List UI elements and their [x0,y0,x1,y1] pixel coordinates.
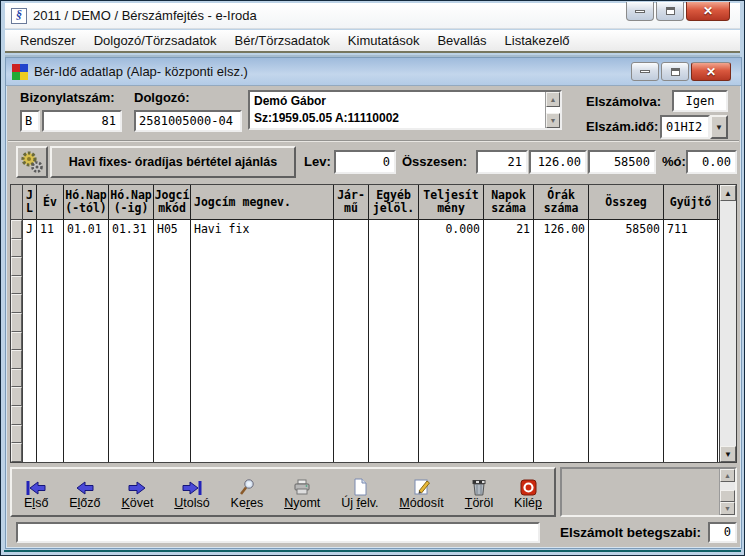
status-field[interactable] [16,522,540,543]
grid-cell[interactable]: 21 [484,222,533,236]
grid-header-cell: Teljesítmény [419,185,484,219]
grid-column: 21 [484,220,534,462]
szazalek-field[interactable]: 0.00 [686,150,737,174]
elszamido-value[interactable]: 01HI2 [660,115,710,139]
dialog-minimize-button[interactable] [631,62,659,81]
search-button[interactable]: Keres [231,474,264,510]
havi-fixes-button[interactable]: Havi fixes- óradíjas bértétel ajánlás [50,146,296,178]
new-record-button[interactable]: Új felv. [341,474,378,510]
row-selector-cell[interactable] [11,332,22,351]
scroll-up-icon[interactable]: ▲ [720,469,735,482]
scrollbar-thumb[interactable] [720,490,735,502]
grid-header-cell: Hó.Nap(-tól) [64,185,109,219]
restore-button[interactable] [656,2,684,21]
grid-header-cell: Év [37,185,64,219]
osszesen-osszeg-field: 58500 [588,150,656,174]
delete-button[interactable]: Töröl [465,474,493,510]
first-button-label: Első [24,496,48,510]
delete-button-label: Töröl [465,496,493,510]
row-selector-cell[interactable] [11,257,22,276]
grid-cell[interactable]: 0.000 [419,222,483,236]
elszamido-combo[interactable]: 01HI2 ▼ [660,115,728,139]
menu-item[interactable]: Bevallás [428,31,495,50]
grid-cell[interactable]: 711 [664,222,717,236]
szazalek-label: %ó: [662,154,686,169]
bizonylat-prefix-field[interactable]: B [20,110,40,132]
row-selector-cell[interactable] [11,239,22,258]
grid-cell[interactable]: H05 [154,222,190,236]
grid-header-cell: Jogcím megnev. [191,185,334,219]
row-selector-cell[interactable] [11,220,22,239]
lev-field[interactable]: 0 [334,150,396,174]
row-selector-cell[interactable] [11,443,22,462]
menu-item[interactable]: Kimutatások [339,31,429,50]
grid-main: JLÉvHó.Nap(-tól)Hó.Nap(-ig)JogcímkódJogc… [23,185,719,462]
gears-button[interactable] [16,146,48,178]
scroll-down-icon[interactable]: ▼ [546,113,560,128]
dolgozo-label: Dolgozó: [134,90,190,105]
window-bottom-edge [4,550,741,552]
grid-header-cell: JL [23,185,37,219]
previous-button[interactable]: Előző [69,474,100,510]
grid-body: J1101.0101.31H05Havi fix0.00021126.00585… [23,220,719,462]
employee-details: Sz:1959.05.05 A:11110002 [254,110,541,127]
modify-button[interactable]: Módosít [399,474,443,510]
side-panel-scrollbar[interactable]: ▲ ▼ [719,469,735,515]
close-button[interactable]: ✕ [686,2,730,21]
menu-item[interactable]: Rendszer [11,31,85,50]
edit-document-icon [413,474,431,496]
close-icon: ✕ [703,4,713,18]
scroll-down-icon[interactable]: ▼ [720,446,736,462]
next-button[interactable]: Követ [121,474,153,510]
grid-column: H05 [154,220,191,462]
scroll-up-icon[interactable]: ▲ [546,92,560,107]
window-title: 2011 / DEMO / Bérszámfejtés - e-Iroda [33,8,257,23]
dialog-title: Bér-Idő adatlap (Alap- központi elsz.) [34,64,248,79]
lev-label: Lev: [304,154,331,169]
selector-header-cell [11,185,22,220]
grid-column: Havi fix [191,220,334,462]
dialog-close-button[interactable]: ✕ [691,62,731,81]
menu-item[interactable]: Bér/Törzsadatok [225,31,338,50]
next-button-label: Követ [121,496,153,510]
menu-item[interactable]: Dolgozó/Törzsadatok [85,31,226,50]
grid-cell[interactable]: 11 [37,222,63,236]
grid-cell[interactable]: 58500 [589,222,663,236]
row-selector-cell[interactable] [11,406,22,425]
exit-button[interactable]: Kilép [514,474,542,510]
first-button[interactable]: Első [24,474,48,510]
bizonylatszam-label: Bizonylatszám: [20,90,115,105]
row-selector-cell[interactable] [11,350,22,369]
grid-vertical-scrollbar[interactable]: ▲ ▼ [719,185,736,462]
chevron-down-icon[interactable]: ▼ [710,115,728,139]
grid-cell[interactable]: Havi fix [191,222,333,236]
grid-cell[interactable]: J [23,222,36,236]
row-selector-cell[interactable] [11,313,22,332]
bizonylat-szam-field[interactable]: 81 [42,110,122,132]
grid-column: 0.000 [419,220,484,462]
grid-cell[interactable]: 01.31 [109,222,153,236]
dolgozo-kod-field[interactable]: 2581005000-04 [134,110,242,132]
minimize-button[interactable] [626,2,654,21]
betegszabi-field[interactable]: 0 [708,522,737,543]
scroll-down-icon[interactable]: ▼ [720,502,735,515]
menu-item[interactable]: Listakezelő [496,31,579,50]
grid-cell[interactable]: 01.01 [64,222,108,236]
grid-cell[interactable]: 126.00 [534,222,588,236]
row-selector-cell[interactable] [11,369,22,388]
row-selector-cell[interactable] [11,276,22,295]
last-button[interactable]: Utolsó [174,474,209,510]
dialog-restore-button[interactable] [661,62,689,81]
close-icon: ✕ [706,65,716,79]
dialog-icon [12,64,28,80]
grid-header-cell: Gyűjtő [664,185,718,219]
exit-button-label: Kilép [514,496,542,510]
grid-column: 711 [664,220,718,462]
row-selector-cell[interactable] [11,294,22,313]
print-button[interactable]: Nyomt [284,474,320,510]
row-selector-cell[interactable] [11,387,22,406]
grid-column: 126.00 [534,220,589,462]
elszamolva-field: Igen [672,90,728,112]
row-selector-cell[interactable] [11,425,22,444]
scroll-up-icon[interactable]: ▲ [720,185,736,201]
